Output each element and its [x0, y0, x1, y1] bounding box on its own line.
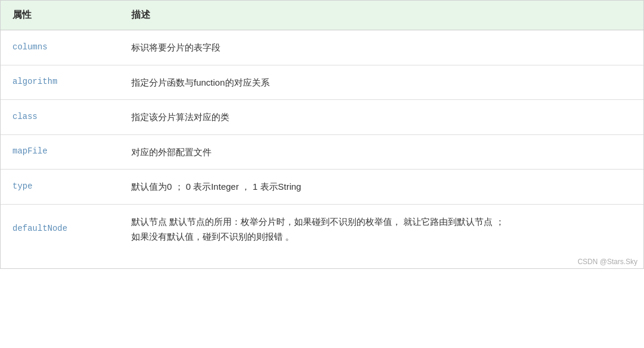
description-cell: 指定分片函数与function的对应关系: [119, 65, 643, 100]
property-cell: type: [1, 170, 119, 205]
properties-table: 属性 描述 columns标识将要分片的表字段algorithm指定分片函数与f…: [1, 1, 643, 254]
table-row: columns标识将要分片的表字段: [1, 30, 643, 65]
property-cell: algorithm: [1, 65, 119, 100]
table-row: defaultNode默认节点 默认节点的所用：枚举分片时，如果碰到不识别的枚举…: [1, 204, 643, 254]
description-cell: 指定该分片算法对应的类: [119, 100, 643, 135]
table-row: class指定该分片算法对应的类: [1, 100, 643, 135]
property-cell: class: [1, 100, 119, 135]
property-cell: mapFile: [1, 134, 119, 170]
description-cell: 对应的外部配置文件: [119, 134, 643, 170]
description-cell: 标识将要分片的表字段: [119, 30, 643, 65]
watermark: CSDN @Stars.Sky: [1, 254, 643, 268]
description-cell: 默认节点 默认节点的所用：枚举分片时，如果碰到不识别的枚举值， 就让它路由到默认…: [119, 204, 643, 254]
property-cell: columns: [1, 30, 119, 65]
table-row: mapFile对应的外部配置文件: [1, 134, 643, 170]
table-header-row: 属性 描述: [1, 1, 643, 30]
header-description: 描述: [119, 1, 643, 30]
description-cell: 默认值为0 ； 0 表示Integer ， 1 表示String: [119, 170, 643, 205]
property-cell: defaultNode: [1, 204, 119, 254]
header-property: 属性: [1, 1, 119, 30]
properties-table-wrapper: 属性 描述 columns标识将要分片的表字段algorithm指定分片函数与f…: [0, 0, 644, 269]
table-row: algorithm指定分片函数与function的对应关系: [1, 65, 643, 100]
table-row: type默认值为0 ； 0 表示Integer ， 1 表示String: [1, 170, 643, 205]
